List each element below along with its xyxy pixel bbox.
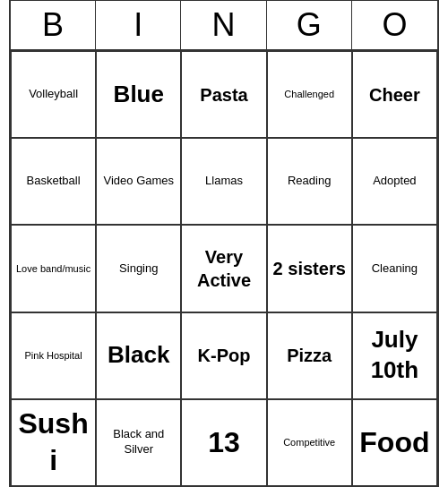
- bingo-cell: Video Games: [96, 138, 181, 225]
- bingo-cell: Blue: [96, 51, 181, 138]
- bingo-cell: Singing: [96, 225, 181, 312]
- bingo-cell: Pasta: [181, 51, 266, 138]
- bingo-cell: Challenged: [267, 51, 352, 138]
- bingo-cell: Pink Hospital: [11, 312, 96, 399]
- bingo-cell: Basketball: [11, 138, 96, 225]
- bingo-cell: July 10th: [352, 312, 437, 399]
- header-letter: I: [96, 1, 181, 49]
- bingo-cell: Reading: [267, 138, 352, 225]
- bingo-cell: Volleyball: [11, 51, 96, 138]
- bingo-card: BINGO VolleyballBluePastaChallengedCheer…: [9, 0, 439, 487]
- bingo-grid: VolleyballBluePastaChallengedCheerBasket…: [11, 51, 437, 486]
- bingo-cell: Black: [96, 312, 181, 399]
- bingo-cell: Food: [352, 399, 437, 486]
- bingo-cell: Cleaning: [352, 225, 437, 312]
- bingo-cell: 13: [181, 399, 266, 486]
- bingo-cell: 2 sisters: [267, 225, 352, 312]
- bingo-cell: Cheer: [352, 51, 437, 138]
- bingo-cell: K-Pop: [181, 312, 266, 399]
- header-letter: O: [352, 1, 437, 49]
- bingo-cell: Adopted: [352, 138, 437, 225]
- header-letter: B: [11, 1, 96, 49]
- header-letter: N: [181, 1, 266, 49]
- bingo-cell: Llamas: [181, 138, 266, 225]
- bingo-cell: Competitive: [267, 399, 352, 486]
- bingo-cell: Love band/music: [11, 225, 96, 312]
- bingo-cell: Black and Silver: [96, 399, 181, 486]
- bingo-header: BINGO: [11, 1, 437, 51]
- header-letter: G: [267, 1, 352, 49]
- bingo-cell: Very Active: [181, 225, 266, 312]
- bingo-cell: Pizza: [267, 312, 352, 399]
- bingo-cell: Sushi: [11, 399, 96, 486]
